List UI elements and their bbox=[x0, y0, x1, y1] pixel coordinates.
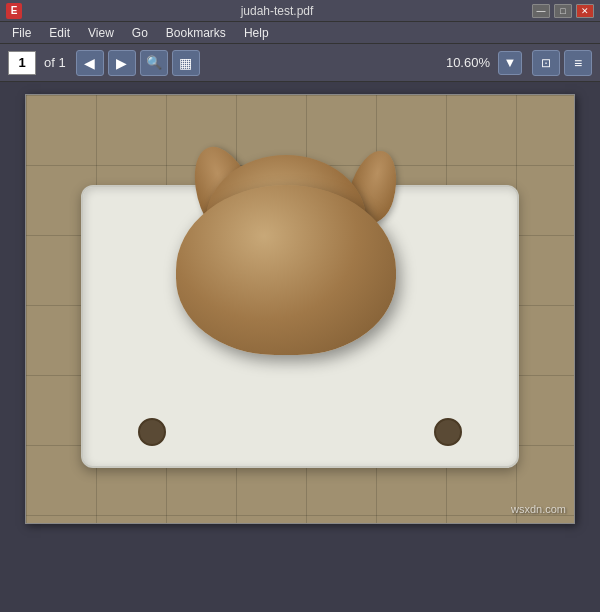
menu-bookmarks[interactable]: Bookmarks bbox=[158, 24, 234, 42]
zoom-dropdown-button[interactable]: ▼ bbox=[498, 51, 522, 75]
close-button[interactable]: ✕ bbox=[576, 4, 594, 18]
forward-icon: ▶ bbox=[116, 55, 127, 71]
options-menu-button[interactable]: ≡ bbox=[564, 50, 592, 76]
main-content: wsxdn.com bbox=[0, 82, 600, 612]
page-image: wsxdn.com bbox=[26, 95, 574, 523]
search-icon: 🔍 bbox=[146, 55, 162, 70]
menu-bar: File Edit View Go Bookmarks Help bbox=[0, 22, 600, 44]
menu-file[interactable]: File bbox=[4, 24, 39, 42]
menu-view[interactable]: View bbox=[80, 24, 122, 42]
page-number-input[interactable] bbox=[8, 51, 36, 75]
minimize-button[interactable]: — bbox=[532, 4, 550, 18]
toolbar: of 1 ◀ ▶ 🔍 ▦ 10.60% ▼ ⊡ ≡ bbox=[0, 44, 600, 82]
hamburger-icon: ≡ bbox=[574, 55, 582, 71]
zoom-level: 10.60% bbox=[446, 55, 490, 70]
rabbit bbox=[146, 145, 436, 375]
menu-go[interactable]: Go bbox=[124, 24, 156, 42]
maximize-button[interactable]: □ bbox=[554, 4, 572, 18]
title-bar: E judah-test.pdf — □ ✕ bbox=[0, 0, 600, 22]
view-mode-button[interactable]: ▦ bbox=[172, 50, 200, 76]
menu-edit[interactable]: Edit bbox=[41, 24, 78, 42]
fit-page-button[interactable]: ⊡ bbox=[532, 50, 560, 76]
page-count: of 1 bbox=[44, 55, 66, 70]
chevron-down-icon: ▼ bbox=[504, 55, 517, 70]
fit-icon: ⊡ bbox=[541, 56, 551, 70]
tray-hole-right bbox=[434, 418, 462, 446]
rabbit-body-mass bbox=[176, 185, 396, 355]
watermark: wsxdn.com bbox=[511, 503, 566, 515]
menu-help[interactable]: Help bbox=[236, 24, 277, 42]
tray-hole-left bbox=[138, 418, 166, 446]
pdf-page: wsxdn.com bbox=[25, 94, 575, 524]
window-controls: — □ ✕ bbox=[532, 4, 594, 18]
window-title: judah-test.pdf bbox=[22, 4, 532, 18]
search-button[interactable]: 🔍 bbox=[140, 50, 168, 76]
forward-button[interactable]: ▶ bbox=[108, 50, 136, 76]
back-icon: ◀ bbox=[84, 55, 95, 71]
grid-icon: ▦ bbox=[179, 55, 192, 71]
back-button[interactable]: ◀ bbox=[76, 50, 104, 76]
app-icon: E bbox=[6, 3, 22, 19]
